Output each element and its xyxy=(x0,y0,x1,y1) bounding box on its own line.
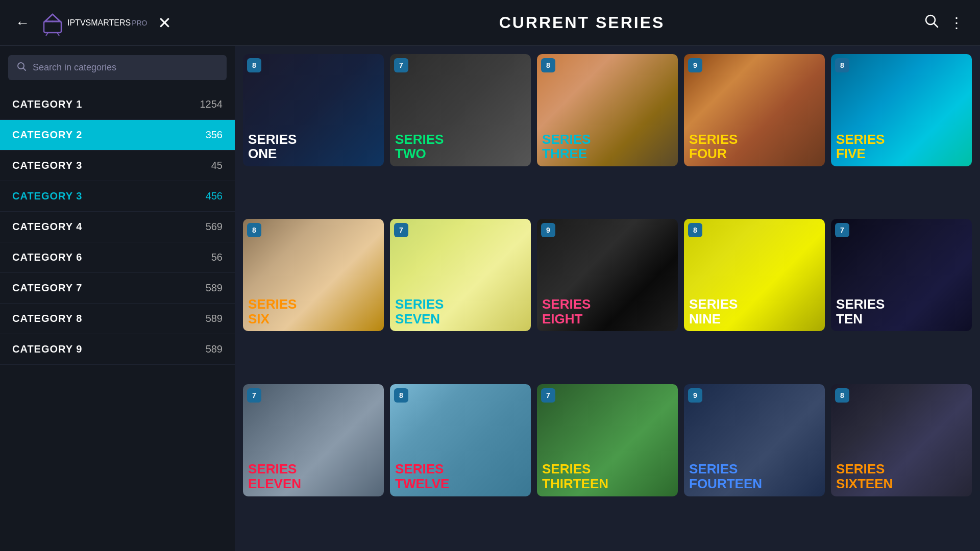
category-item[interactable]: CATEGORY 3 45 xyxy=(0,151,235,181)
series-card[interactable]: 7 SERIES TEN xyxy=(831,219,972,331)
logo-iptv: IPTV xyxy=(67,18,86,27)
card-badge: 8 xyxy=(835,388,849,403)
category-name: CATEGORY 8 xyxy=(12,313,82,324)
card-title: SERIES SIXTEEN xyxy=(836,462,967,491)
card-background: 7 SERIES TWO xyxy=(390,54,531,166)
series-card[interactable]: 8 SERIES NINE xyxy=(684,219,825,331)
search-icon-button[interactable] xyxy=(924,13,939,32)
series-card[interactable]: 7 SERIES SEVEN xyxy=(390,219,531,331)
card-title-line2: ELEVEN xyxy=(248,477,379,491)
header-left: ← IPTVSMARTERSPRO ✕ xyxy=(15,10,250,36)
category-item[interactable]: CATEGORY 4 569 xyxy=(0,212,235,242)
card-badge: 8 xyxy=(247,223,261,237)
category-item[interactable]: CATEGORY 6 56 xyxy=(0,242,235,273)
category-name: CATEGORY 3 xyxy=(12,190,82,202)
series-card[interactable]: 7 SERIES ELEVEN xyxy=(243,384,384,496)
category-count: 45 xyxy=(211,160,223,171)
card-title-line1: SERIES xyxy=(395,297,526,312)
search-icon xyxy=(924,13,939,29)
search-input[interactable] xyxy=(33,62,218,73)
card-title: SERIES TWELVE xyxy=(395,462,526,491)
series-card[interactable]: 8 SERIES SIX xyxy=(243,219,384,331)
card-background: 8 SERIES SIXTEEN xyxy=(831,384,972,496)
svg-line-4 xyxy=(934,23,938,27)
card-title-line2: FOUR xyxy=(689,146,820,161)
card-badge: 9 xyxy=(688,58,702,72)
card-background: 9 SERIES FOURTEEN xyxy=(684,384,825,496)
category-item[interactable]: CATEGORY 2 356 xyxy=(0,120,235,151)
card-background: 8 SERIES TWELVE xyxy=(390,384,531,496)
card-badge: 8 xyxy=(835,58,849,72)
series-card[interactable]: 7 SERIES THIRTEEN xyxy=(537,384,678,496)
category-count: 589 xyxy=(206,313,223,324)
category-name: CATEGORY 1 xyxy=(12,98,82,110)
card-title-line2: ONE xyxy=(248,146,379,161)
page-title: CURRENT SERIES xyxy=(499,13,665,32)
series-card[interactable]: 7 SERIES TWO xyxy=(390,54,531,166)
category-name: CATEGORY 7 xyxy=(12,282,82,294)
header-right: ⋮ xyxy=(914,13,965,32)
card-background: 8 SERIES THREE xyxy=(537,54,678,166)
card-title: SERIES THIRTEEN xyxy=(542,462,673,491)
logo-icon xyxy=(40,10,65,36)
category-count: 356 xyxy=(206,129,223,141)
category-item[interactable]: CATEGORY 7 589 xyxy=(0,273,235,304)
logo: IPTVSMARTERSPRO xyxy=(40,10,148,36)
category-item[interactable]: CATEGORY 1 1254 xyxy=(0,89,235,120)
series-card[interactable]: 8 SERIES SIXTEEN xyxy=(831,384,972,496)
logo-pro: PRO xyxy=(132,19,147,27)
card-title: SERIES TEN xyxy=(836,297,967,326)
card-title: SERIES TWO xyxy=(395,132,526,161)
card-background: 7 SERIES TEN xyxy=(831,219,972,331)
card-badge: 8 xyxy=(247,58,261,72)
card-title-line2: SEVEN xyxy=(395,312,526,327)
card-title: SERIES SIX xyxy=(248,297,379,326)
card-title-line1: SERIES xyxy=(836,462,967,477)
card-title: SERIES THREE xyxy=(542,132,673,161)
series-card[interactable]: 8 SERIES THREE xyxy=(537,54,678,166)
card-title-line1: SERIES xyxy=(689,132,820,147)
category-item[interactable]: CATEGORY 3 456 xyxy=(0,181,235,212)
card-title-line2: THREE xyxy=(542,146,673,161)
card-title-line1: SERIES xyxy=(836,132,967,147)
category-count: 56 xyxy=(211,252,223,263)
category-name: CATEGORY 2 xyxy=(12,129,82,141)
card-title-line2: SIXTEEN xyxy=(836,477,967,491)
search-box-icon xyxy=(16,61,27,74)
back-button[interactable]: ← xyxy=(15,15,30,31)
category-name: CATEGORY 9 xyxy=(12,343,82,355)
logo-smarters: SMARTERS xyxy=(86,18,131,27)
series-grid: 8 SERIES ONE 7 SERIES TWO 8 SERIES THREE… xyxy=(235,46,980,551)
category-name: CATEGORY 3 xyxy=(12,160,82,171)
card-title-line2: TWELVE xyxy=(395,477,526,491)
series-card[interactable]: 8 SERIES FIVE xyxy=(831,54,972,166)
category-item[interactable]: CATEGORY 8 589 xyxy=(0,304,235,334)
card-title-line2: THIRTEEN xyxy=(542,477,673,491)
card-badge: 9 xyxy=(541,223,555,237)
card-badge: 9 xyxy=(688,388,702,403)
category-count: 456 xyxy=(206,190,223,202)
series-card[interactable]: 8 SERIES ONE xyxy=(243,54,384,166)
category-search-box[interactable] xyxy=(8,55,227,80)
category-list: CATEGORY 1 1254 CATEGORY 2 356 CATEGORY … xyxy=(0,89,235,551)
category-count: 589 xyxy=(206,282,223,294)
card-badge: 7 xyxy=(541,388,555,403)
card-title: SERIES FIVE xyxy=(836,132,967,161)
card-title-line2: FOURTEEN xyxy=(689,477,820,491)
category-item[interactable]: CATEGORY 9 589 xyxy=(0,334,235,365)
series-card[interactable]: 9 SERIES FOUR xyxy=(684,54,825,166)
sidebar: CATEGORY 1 1254 CATEGORY 2 356 CATEGORY … xyxy=(0,46,235,551)
card-badge: 7 xyxy=(394,223,408,237)
more-options-button[interactable]: ⋮ xyxy=(949,14,965,31)
category-name: CATEGORY 6 xyxy=(12,252,82,263)
series-card[interactable]: 8 SERIES TWELVE xyxy=(390,384,531,496)
card-title-line1: SERIES xyxy=(395,462,526,477)
card-title-line2: TEN xyxy=(836,312,967,327)
card-title-line2: EIGHT xyxy=(542,312,673,327)
series-card[interactable]: 9 SERIES EIGHT xyxy=(537,219,678,331)
close-button[interactable]: ✕ xyxy=(158,15,172,31)
card-background: 8 SERIES ONE xyxy=(243,54,384,166)
series-card[interactable]: 9 SERIES FOURTEEN xyxy=(684,384,825,496)
card-title-line1: SERIES xyxy=(542,462,673,477)
category-name: CATEGORY 4 xyxy=(12,221,82,233)
